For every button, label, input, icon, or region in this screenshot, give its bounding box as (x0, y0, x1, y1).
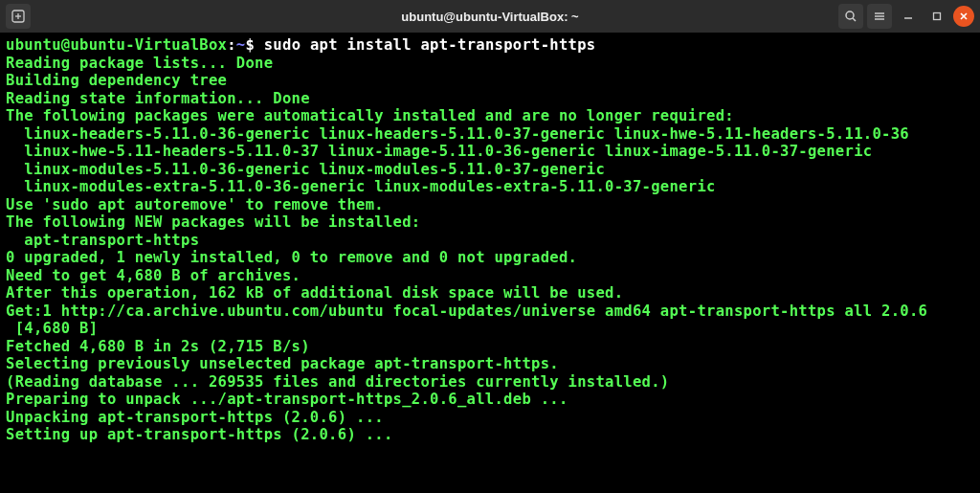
output-line: After this operation, 162 kB of addition… (6, 284, 974, 303)
prompt-path: ~ (236, 36, 246, 54)
output-line: Reading package lists... Done (6, 55, 974, 73)
titlebar-right (838, 4, 974, 29)
maximize-button[interactable] (924, 4, 949, 29)
terminal-body[interactable]: ubuntu@ubuntu-VirtualBox:~$ sudo apt ins… (0, 33, 980, 493)
new-tab-icon (11, 10, 25, 23)
output-line: Selecting previously unselected package … (6, 355, 974, 373)
window-titlebar: ubuntu@ubuntu-VirtualBox: ~ (0, 0, 980, 33)
output-line: linux-modules-5.11.0-36-generic linux-mo… (6, 161, 974, 179)
maximize-icon (932, 11, 942, 21)
minimize-button[interactable] (896, 4, 921, 29)
command-text: sudo apt install apt-transport-https (264, 36, 596, 54)
svg-line-4 (853, 18, 856, 21)
output-line: The following NEW packages will be insta… (6, 213, 974, 232)
output-line: linux-headers-5.11.0-36-generic linux-he… (6, 125, 974, 144)
output-line: Get:1 http://ca.archive.ubuntu.com/ubunt… (6, 303, 974, 321)
output-line: linux-hwe-5.11-headers-5.11.0-37 linux-i… (6, 143, 974, 161)
output-line: The following packages were automaticall… (6, 107, 974, 125)
menu-button[interactable] (867, 4, 892, 29)
prompt-colon: : (227, 36, 236, 54)
output-line: Use 'sudo apt autoremove' to remove them… (6, 196, 974, 214)
output-line: Preparing to unpack .../apt-transport-ht… (6, 391, 974, 409)
minimize-icon (903, 11, 913, 21)
close-button[interactable] (953, 6, 974, 27)
search-icon (844, 10, 858, 23)
output-line: linux-modules-extra-5.11.0-36-generic li… (6, 178, 974, 196)
output-line: Building dependency tree (6, 72, 974, 90)
output-line: Reading state information... Done (6, 90, 974, 108)
prompt-dollar: $ (245, 36, 255, 54)
output-line: Fetched 4,680 B in 2s (2,715 B/s) (6, 338, 974, 356)
output-line: Need to get 4,680 B of archives. (6, 267, 974, 285)
output-line: [4,680 B] (6, 320, 974, 338)
menu-icon (873, 10, 886, 23)
prompt-userhost: ubuntu@ubuntu-VirtualBox (6, 36, 227, 54)
search-button[interactable] (838, 4, 863, 29)
svg-rect-9 (934, 13, 941, 20)
close-icon (959, 11, 969, 21)
titlebar-left (6, 4, 31, 29)
prompt-line: ubuntu@ubuntu-VirtualBox:~$ sudo apt ins… (6, 36, 974, 55)
output-line: Unpacking apt-transport-https (2.0.6) ..… (6, 409, 974, 427)
output-line: (Reading database ... 269535 files and d… (6, 373, 974, 392)
output-line: Setting up apt-transport-https (2.0.6) .… (6, 426, 974, 444)
window-title: ubuntu@ubuntu-VirtualBox: ~ (401, 10, 578, 24)
output-line: apt-transport-https (6, 232, 974, 250)
svg-point-3 (846, 11, 854, 19)
new-tab-button[interactable] (6, 4, 31, 29)
output-line: 0 upgraded, 1 newly installed, 0 to remo… (6, 249, 974, 267)
